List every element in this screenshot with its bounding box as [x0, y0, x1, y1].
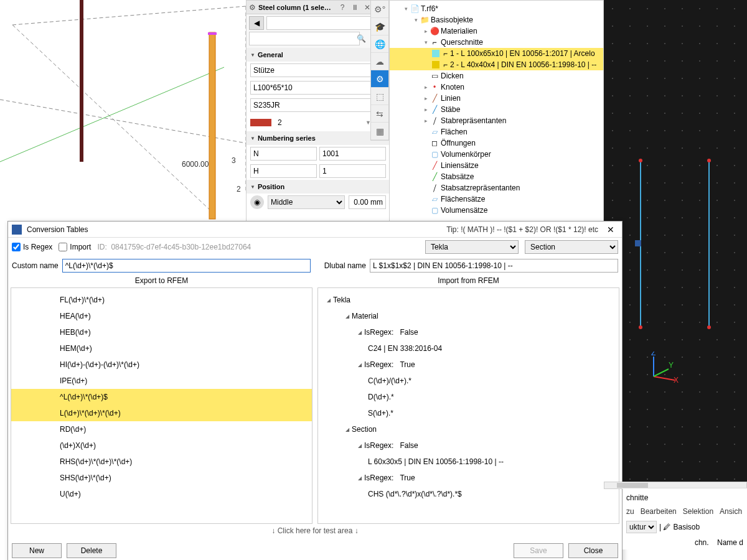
tree-stabsaetze[interactable]: Stabsätze [441, 172, 474, 181]
tree-basisobjekte[interactable]: Basisobjekte [431, 16, 473, 24]
vs-globe-icon[interactable]: 🌐 [371, 35, 388, 53]
imp-chs[interactable]: CHS (\d*\.?\d*)x(\d*\.?\d*).*$ [368, 490, 462, 498]
position-mode-select[interactable]: Middle [268, 195, 345, 209]
tree-flaechensaetze[interactable]: Flächensätze [441, 195, 485, 203]
vs-grad-icon[interactable]: 🎓 [371, 18, 388, 35]
isregex-checkbox[interactable]: Is Regex [12, 243, 52, 251]
dark-viewport: Z X Y [604, 0, 747, 485]
imp-c24[interactable]: C24 | EN 338:2016-04 [368, 344, 442, 353]
imp-s[interactable]: S(\d+).* [368, 409, 393, 418]
imp-l60[interactable]: L 60x30x5 | DIN EN 10056-1:1998-10 | -- [368, 457, 504, 466]
imp-c[interactable]: C(\d+)/(\d+).* [368, 376, 411, 385]
tree-dicken[interactable]: Dicken [441, 72, 464, 80]
tree-knoten[interactable]: Knoten [441, 83, 464, 91]
svg-line-0 [12, 6, 246, 25]
imp-material[interactable]: Material [352, 312, 378, 320]
help-icon[interactable]: ? [337, 2, 347, 12]
export-item[interactable]: HEA(\d+) [11, 308, 312, 324]
history-dropdown[interactable] [266, 16, 371, 30]
export-item[interactable]: SHS(\d+)\*(\d+) [11, 470, 312, 486]
export-item[interactable]: HEB(\d+) [11, 324, 312, 340]
gear-icon: ⚙ [249, 3, 256, 12]
tree-staebe[interactable]: Stäbe [441, 105, 460, 114]
tree-linien[interactable]: Linien [441, 94, 461, 103]
category-select[interactable]: Section [525, 240, 618, 254]
numbering-header[interactable]: Numbering series [247, 131, 390, 145]
export-item[interactable]: L(\d+)\*(\d+)\*(\d+) [11, 405, 312, 421]
frag-schnitte: chnitte [626, 491, 743, 505]
tree-materialien[interactable]: Materialien [441, 27, 477, 35]
export-item[interactable]: (\d+)X(\d+) [11, 437, 312, 454]
section-swatch-icon [432, 50, 439, 57]
num-start-2[interactable]: 1 [319, 164, 386, 178]
frag-struktur-select[interactable]: uktur [626, 521, 657, 533]
export-item[interactable]: FL(\d+)\*(\d+) [11, 292, 312, 308]
software-select[interactable]: Tekla [425, 240, 519, 254]
conversion-tables-dialog: Conversion Tables Tip: !( MATH )! -- !($… [7, 221, 622, 560]
tree-volumensaetze[interactable]: Volumensätze [441, 206, 487, 215]
dlubal-name-label: Dlubal name [324, 261, 366, 270]
position-offset[interactable]: 0.00 mm [349, 195, 386, 209]
frag-basisob[interactable]: Basisob [673, 523, 700, 531]
tree-stabsatzrepr[interactable]: Stabsatzrepräsentanten [441, 184, 520, 192]
num-prefix-2[interactable]: H [250, 164, 317, 178]
close-button[interactable]: Close [568, 543, 618, 558]
dialog-title: Conversion Tables [27, 225, 441, 234]
export-item[interactable]: HEM(\d+) [11, 340, 312, 357]
vs-cube-icon[interactable]: ⬚ [371, 88, 388, 105]
import-tree[interactable]: ◢Tekla ◢Material ◢IsRegex: False C24 | E… [317, 287, 619, 524]
import-root[interactable]: Tekla [333, 296, 350, 304]
imp-d[interactable]: D(\d+).* [368, 393, 394, 401]
vs-grid-icon[interactable]: ▦ [371, 123, 388, 140]
export-item[interactable]: RD(\d+) [11, 421, 312, 437]
svg-text:3: 3 [232, 156, 236, 165]
export-list[interactable]: FL(\d+)\*(\d+)HEA(\d+)HEB(\d+)HEM(\d+)HI… [11, 287, 312, 524]
test-area-hint[interactable]: ↓ Click here for test area ↓ [8, 524, 622, 539]
tree-oeffnungen[interactable]: Öffnungen [441, 139, 476, 147]
search-input[interactable] [249, 32, 360, 45]
membersetrep-icon: ⧸ [430, 183, 439, 193]
profile-field[interactable] [250, 81, 371, 95]
export-item[interactable]: RHS(\d+)\*(\d+)\*(\d+) [11, 454, 312, 470]
back-button[interactable]: ◀ [249, 16, 264, 30]
vs-gear-icon[interactable]: ⚙ [371, 70, 388, 88]
memberset-icon: ╱ [430, 172, 439, 182]
tree-section-2[interactable]: 2 - L 40x40x4 | DIN EN 10056-1:1998-10 |… [450, 60, 596, 69]
num-start-1[interactable]: 1001 [319, 147, 386, 161]
position-header[interactable]: Position [247, 180, 390, 194]
delete-button[interactable]: Delete [67, 543, 116, 558]
frag-ansich[interactable]: Ansich [720, 507, 742, 516]
frag-zu[interactable]: zu [626, 507, 634, 516]
tree-liniensaetze[interactable]: Liniensätze [441, 161, 479, 170]
vs-share-icon[interactable]: ⇆ [371, 105, 388, 123]
frag-bearbeiten[interactable]: Bearbeiten [641, 507, 677, 516]
id-label: ID: [97, 243, 106, 251]
frag-selektion[interactable]: Selektion [683, 507, 713, 516]
tree-flaechen[interactable]: Flächen [441, 128, 467, 136]
new-button[interactable]: New [12, 543, 62, 558]
dialog-close-button[interactable]: ✕ [603, 225, 618, 235]
svg-line-12 [654, 376, 675, 380]
import-checkbox[interactable]: Import [59, 243, 91, 251]
material-field[interactable] [250, 98, 371, 112]
tree-stabrepr[interactable]: Stabrepräsentanten [441, 116, 506, 125]
tree-querschnitte[interactable]: Querschnitte [441, 38, 483, 47]
dlubal-name-input[interactable] [370, 259, 618, 273]
imp-section[interactable]: Section [352, 425, 377, 434]
export-item[interactable]: U(\d+) [11, 486, 312, 502]
num-prefix-1[interactable]: N [250, 147, 317, 161]
export-item[interactable]: ^L(\d+)\*(\d+)$ [11, 389, 312, 405]
name-field[interactable] [250, 63, 386, 77]
tree-root[interactable]: T.rf6* [421, 4, 438, 13]
export-item[interactable]: IPE(\d+) [11, 373, 312, 389]
color-swatch[interactable] [250, 119, 271, 126]
tree-section-1[interactable]: 1 - L 100x65x10 | EN 10056-1:2017 | Arce… [450, 49, 595, 58]
custom-name-input[interactable] [62, 259, 311, 273]
pin-icon[interactable]: ⏸ [350, 2, 360, 12]
vs-cloud-icon[interactable]: ☁ [371, 53, 388, 70]
export-item[interactable]: HI(\d+)-(\d+)-(\d+)\*(\d+) [11, 357, 312, 373]
vs-settings-icon[interactable]: ⚙° [371, 1, 388, 18]
general-header[interactable]: General [247, 48, 390, 62]
tree-volumen[interactable]: Volumenkörper [441, 150, 491, 159]
navigator-tree[interactable]: ▾📄T.rf6* ▾📁Basisobjekte ▸🔴Materialien ▾⌐… [389, 0, 604, 224]
